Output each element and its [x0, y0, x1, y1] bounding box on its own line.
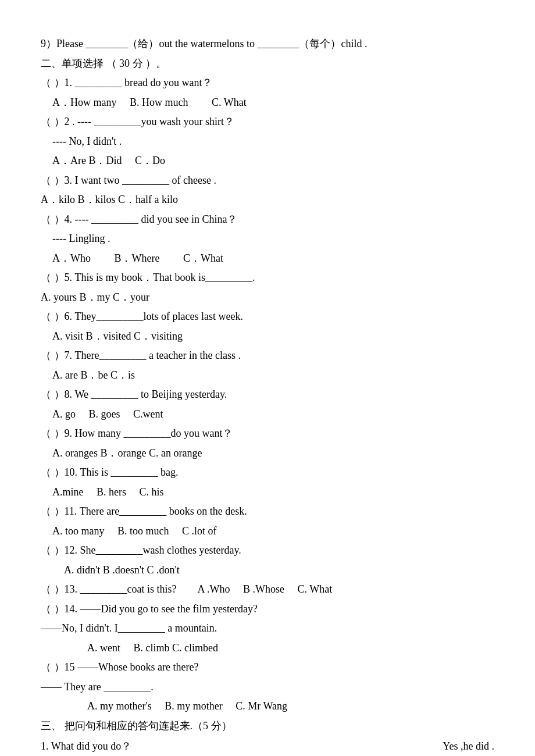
q2-text: （ ）2 . ---- _________you wash your shirt… — [41, 113, 494, 131]
q7-text: （ ）7. There_________ a teacher in the cl… — [41, 347, 494, 365]
section3-header: 三、 把问句和相应的答句连起来.（5 分） — [41, 717, 494, 736]
q9b-text: （ ）9. How many _________do you want？ — [41, 425, 494, 443]
q5-choices: A. yours B．my C．your — [41, 288, 494, 307]
q13-text: （ ）13. _________coat is this? A .Who B .… — [41, 580, 494, 599]
q9-header: 9）Please ________（给）out the watermelons … — [41, 35, 494, 54]
q2-choices: A．Are B．Did C．Do — [41, 152, 494, 170]
q1-text: （ ）1. _________ bread do you want？ — [41, 74, 494, 92]
page-content: 9）Please ________（给）out the watermelons … — [41, 35, 494, 755]
q12-choices: A. didn't B .doesn't C .don't — [41, 561, 494, 580]
q4-choices: A．Who B．Where C．What — [41, 249, 494, 268]
section2-header: 二、单项选择 （ 30 分 ）。 — [41, 55, 494, 73]
q1-choices: A．How many B. How much C. What — [41, 94, 494, 112]
q10-choices: A.mine B. hers C. his — [41, 483, 494, 502]
q14-text: （ ）14. ——Did you go to see the film yest… — [41, 600, 494, 619]
q3-1-answer: Yes ,he did . — [443, 737, 494, 755]
q3-text: （ ）3. I want two _________ of cheese . — [41, 172, 494, 190]
q3-choices: A．kilo B．kilos C．half a kilo — [41, 191, 494, 209]
q9b-choices: A. oranges B．orange C. an orange — [41, 444, 494, 463]
q4-sub: ---- Lingling . — [41, 230, 494, 248]
q7-choices: A. are B．be C．is — [41, 366, 494, 385]
q3-1-question: 1. What did you do？ — [41, 737, 131, 755]
q4-text: （ ）4. ---- _________ did you see in Chin… — [41, 211, 494, 229]
q15-sub: —— They are _________. — [41, 678, 494, 697]
q12-text: （ ）12. She_________wash clothes yesterda… — [41, 541, 494, 560]
q11-text: （ ）11. There are_________ books on the d… — [41, 502, 494, 521]
q14-choices: A. went B. climb C. climbed — [41, 639, 494, 658]
q6-text: （ ）6. They_________lots of places last w… — [41, 308, 494, 326]
q11-choices: A. too many B. too much C .lot of — [41, 522, 494, 541]
q15-text: （ ）15 ——Whose books are there? — [41, 658, 494, 677]
q14-sub: ——No, I didn't. I_________ a mountain. — [41, 619, 494, 638]
q5-text: （ ）5. This is my book．That book is______… — [41, 269, 494, 287]
q8-choices: A. go B. goes C.went — [41, 405, 494, 424]
q15-choices: A. my mother's B. my mother C. Mr Wang — [41, 697, 494, 716]
q10-text: （ ）10. This is _________ bag. — [41, 463, 494, 482]
q8-text: （ ）8. We _________ to Beijing yesterday. — [41, 386, 494, 404]
q6-choices: A. visit B．visited C．visiting — [41, 327, 494, 346]
q2-sub: ---- No, I didn't . — [41, 133, 494, 151]
